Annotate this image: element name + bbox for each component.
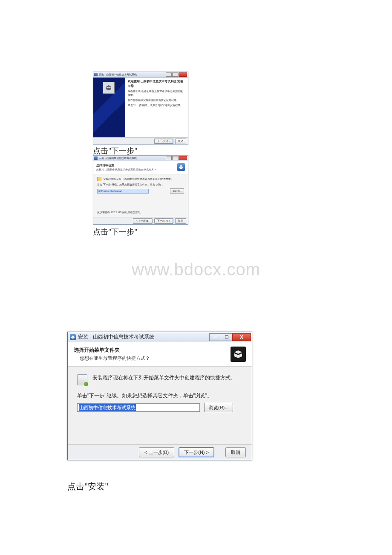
setup-box-icon (103, 82, 115, 94)
watermark-text: www.bdocx.com (0, 260, 392, 279)
wizard-side-graphic (93, 78, 125, 137)
app-icon (94, 73, 98, 76)
wizard-header: 选择目标位置 您想将 山西初中信息技术考试系统 安装在什么地方？ (93, 161, 188, 174)
welcome-line: 推荐您在继续安装前关闭所有其它应用程序。 (128, 98, 185, 102)
instruction-text: 安装程序现在将在下列开始菜单文件夹中创建程序的快捷方式。 (92, 374, 236, 382)
disk-space-text: 至少需要有 107.5 MB 的可用磁盘空间。 (97, 211, 184, 214)
next-button[interactable]: 下一步(N) > (179, 447, 214, 457)
wizard-footer: < 上一步(B) 下一步(N) > 取消 (68, 444, 252, 460)
installer-startmenu-window: 安装 - 山西初中信息技术考试系统 X 选择开始菜单文件夹 您想在哪里放置程序的… (67, 332, 252, 460)
installer-welcome-window: 安装 - 山西初中信息技术考试系统 欢迎使用 山西初中信息技术考试系统 安装向导… (93, 72, 188, 145)
caption-text: 点击"下一步" (93, 227, 138, 237)
header-subtitle: 您想将 山西初中信息技术考试系统 安装在什么地方？ (96, 168, 177, 172)
next-button[interactable]: 下一步(N) > (154, 139, 174, 144)
minimize-button[interactable] (166, 72, 172, 77)
back-button[interactable]: < 上一步(B) (133, 218, 152, 224)
wizard-header: 选择开始菜单文件夹 您想在哪里放置程序的快捷方式？ (68, 342, 252, 367)
selected-path-text: 山西初中信息技术考试系统 (79, 404, 136, 411)
header-subtitle: 您想在哪里放置程序的快捷方式？ (80, 355, 231, 361)
wizard-body: 安装程序现在将在下列开始菜单文件夹中创建程序的快捷方式。 单击"下一步"继续。如… (68, 367, 252, 444)
welcome-line: 单击"下一步"继续，或单击"取消"退出安装程序。 (128, 104, 185, 107)
cancel-button[interactable]: 取消 (175, 218, 186, 224)
maximize-button[interactable] (172, 156, 178, 160)
close-button[interactable]: X (232, 333, 251, 341)
wizard-footer: 下一步(N) > 取消 (93, 137, 188, 145)
welcome-heading: 欢迎使用 山西初中信息技术考试系统 安装向导 (128, 79, 185, 88)
header-title: 选择开始菜单文件夹 (74, 347, 231, 354)
sub-instruction-text: 单击"下一步"继续。如果您想选择其它文件夹，单击"浏览"。 (77, 392, 242, 399)
titlebar[interactable]: 安装 - 山西初中信息技术考试系统 X (68, 332, 252, 342)
cancel-button[interactable]: 取消 (225, 447, 246, 457)
next-button[interactable]: 下一步(N) > (154, 218, 174, 224)
minimize-button[interactable] (166, 156, 172, 160)
window-title: 安装 - 山西初中信息技术考试系统 (99, 156, 166, 160)
caption-text: 点击"安装" (67, 481, 108, 492)
wizard-footer: < 上一步(B) 下一步(N) > 取消 (93, 217, 188, 224)
close-button[interactable] (179, 72, 187, 77)
browse-button[interactable]: 浏览(R)... (204, 403, 233, 412)
setup-box-icon (231, 347, 246, 362)
startmenu-path-input[interactable]: 山西初中信息技术考试系统 (77, 403, 200, 412)
maximize-button[interactable] (221, 333, 233, 341)
app-icon (94, 156, 98, 160)
window-title: 安装 - 山西初中信息技术考试系统 (99, 73, 166, 77)
titlebar[interactable]: 安装 - 山西初中信息技术考试系统 (93, 156, 188, 161)
setup-box-icon (177, 163, 185, 171)
cancel-button[interactable]: 取消 (175, 139, 186, 144)
folder-icon (97, 177, 101, 181)
window-title: 安装 - 山西初中信息技术考试系统 (78, 333, 210, 341)
titlebar[interactable]: 安装 - 山西初中信息技术考试系统 (93, 72, 188, 78)
caption-text: 点击"下一步" (93, 146, 138, 156)
close-button[interactable] (179, 156, 187, 160)
maximize-button[interactable] (172, 72, 178, 77)
wizard-body: 安装程序将安装 山西初中信息技术考试系统 到下列文件夹中。 单击"下一步"继续。… (93, 174, 188, 217)
welcome-text-panel: 欢迎使用 山西初中信息技术考试系统 安装向导 现在将安装 山西初中信息技术考试系… (125, 78, 188, 137)
destination-path-input[interactable]: C:\Program Files\sxexam (97, 189, 149, 194)
back-button[interactable]: < 上一步(B) (139, 447, 174, 457)
instruction-text: 安装程序将安装 山西初中信息技术考试系统 到下列文件夹中。 (103, 177, 173, 181)
installer-destination-window: 安装 - 山西初中信息技术考试系统 选择目标位置 您想将 山西初中信息技术考试系… (93, 155, 188, 225)
app-icon (70, 334, 76, 340)
startmenu-folder-icon (77, 374, 87, 385)
welcome-line: 现在将安装 山西初中信息技术考试系统 到您的电脑中。 (128, 90, 185, 97)
browse-button[interactable]: 浏览(R)... (170, 188, 184, 194)
sub-instruction-text: 单击"下一步"继续。如果您想选择其它文件夹，单击"浏览"。 (97, 183, 184, 187)
header-title: 选择目标位置 (96, 163, 177, 168)
minimize-button[interactable] (209, 333, 221, 341)
